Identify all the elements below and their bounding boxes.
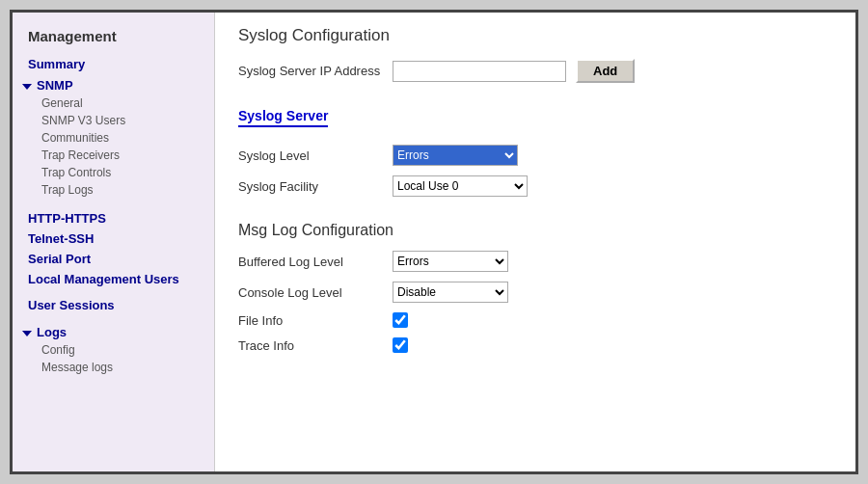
msg-log-config-title: Msg Log Configuration	[238, 222, 832, 239]
file-info-label: File Info	[238, 313, 393, 328]
syslog-ip-row: Syslog Server IP Address Add	[238, 59, 832, 83]
syslog-level-select[interactable]: Errors Warnings Info Debug	[393, 145, 518, 166]
console-log-label: Console Log Level	[238, 285, 393, 300]
buffered-log-label: Buffered Log Level	[238, 255, 393, 269]
sidebar-group-snmp-header[interactable]: SNMP	[13, 74, 214, 94]
main-content: Syslog Configuration Syslog Server IP Ad…	[215, 13, 855, 471]
sidebar-group-logs-label: Logs	[37, 325, 67, 339]
syslog-ip-label: Syslog Server IP Address	[238, 64, 393, 78]
sidebar-item-snmpv3users[interactable]: SNMP V3 Users	[13, 112, 214, 129]
sidebar-group-snmp-label: SNMP	[37, 78, 73, 93]
syslog-config-title: Syslog Configuration	[238, 26, 832, 45]
trace-info-checkbox[interactable]	[393, 337, 408, 353]
syslog-server-subtitle: Syslog Server	[238, 108, 328, 127]
sidebar-item-trapcontrols[interactable]: Trap Controls	[13, 164, 214, 181]
add-button[interactable]: Add	[576, 59, 635, 83]
sidebar-item-http-https[interactable]: HTTP-HTTPS	[13, 208, 214, 229]
sidebar-item-summary[interactable]: Summary	[13, 54, 214, 74]
file-info-row: File Info	[238, 312, 832, 328]
syslog-facility-row: Syslog Facility Local Use 0 Local Use 1 …	[238, 175, 832, 197]
buffered-log-row: Buffered Log Level Errors Warnings Info …	[238, 251, 832, 272]
sidebar-title: Management	[13, 22, 214, 48]
sidebar-item-local-mgmt-users[interactable]: Local Management Users	[13, 269, 214, 289]
console-log-select[interactable]: Disable Errors Warnings Info	[393, 282, 508, 303]
sidebar-item-serial-port[interactable]: Serial Port	[13, 249, 214, 269]
sidebar-item-traplogs[interactable]: Trap Logs	[13, 181, 214, 199]
syslog-level-row: Syslog Level Errors Warnings Info Debug	[238, 145, 832, 166]
sidebar: Management Summary SNMP General SNMP V3 …	[13, 13, 215, 471]
syslog-facility-label: Syslog Facility	[238, 179, 393, 194]
arrow-down-logs-icon	[22, 331, 32, 336]
sidebar-group-logs: Logs Config Message logs	[13, 321, 214, 376]
sidebar-item-message-logs[interactable]: Message logs	[13, 359, 214, 376]
sidebar-item-trapreceivers[interactable]: Trap Receivers	[13, 147, 214, 164]
sidebar-item-telnet-ssh[interactable]: Telnet-SSH	[13, 229, 214, 249]
sidebar-group-snmp: SNMP General SNMP V3 Users Communities T…	[13, 74, 214, 199]
sidebar-item-general[interactable]: General	[13, 94, 214, 112]
syslog-facility-select[interactable]: Local Use 0 Local Use 1 Local Use 2	[393, 175, 528, 197]
syslog-ip-input[interactable]	[393, 61, 566, 82]
syslog-level-label: Syslog Level	[238, 148, 393, 163]
sidebar-item-config[interactable]: Config	[13, 341, 214, 359]
sidebar-item-user-sessions[interactable]: User Sessions	[13, 295, 214, 315]
sidebar-item-communities[interactable]: Communities	[13, 129, 214, 147]
trace-info-label: Trace Info	[238, 338, 393, 353]
trace-info-row: Trace Info	[238, 337, 832, 353]
buffered-log-select[interactable]: Errors Warnings Info Debug	[393, 251, 508, 272]
file-info-checkbox[interactable]	[393, 312, 408, 328]
arrow-down-icon	[22, 84, 32, 90]
console-log-row: Console Log Level Disable Errors Warning…	[238, 282, 832, 303]
sidebar-group-logs-header[interactable]: Logs	[13, 321, 214, 341]
